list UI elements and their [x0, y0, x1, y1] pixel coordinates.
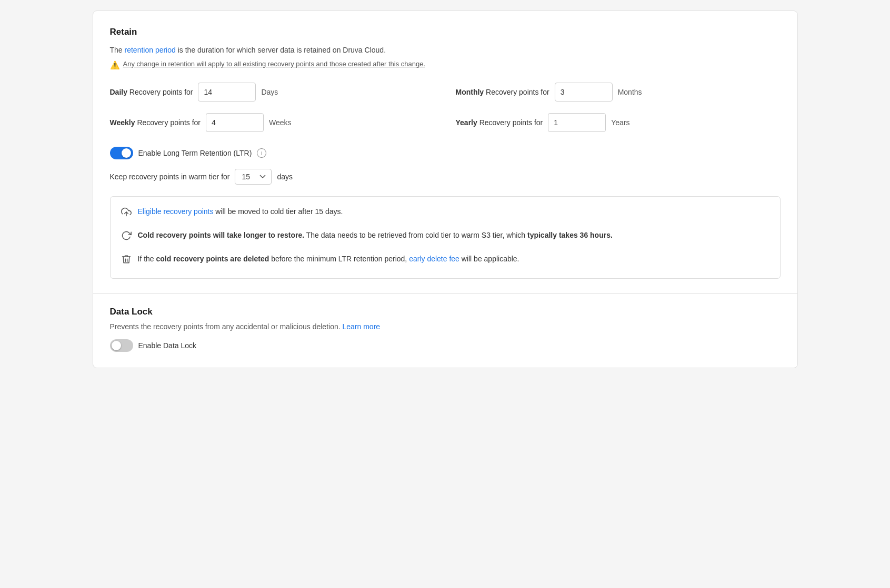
recovery-row-monthly: Monthly Recovery points for Months: [456, 83, 781, 102]
description-suffix: is the duration for which server data is…: [176, 46, 386, 54]
recovery-row-weekly: Weekly Recovery points for Weeks: [110, 113, 435, 132]
data-lock-toggle[interactable]: [110, 339, 133, 352]
main-panel: Retain The retention period is the durat…: [93, 11, 798, 368]
data-lock-toggle-label: Enable Data Lock: [138, 341, 197, 350]
daily-unit: Days: [261, 88, 278, 96]
info-box: Eligible recovery points will be moved t…: [110, 196, 781, 279]
info-text-cold: Cold recovery points will take longer to…: [138, 230, 613, 241]
warning-link[interactable]: Any change in retention will apply to al…: [123, 60, 426, 68]
monthly-unit: Months: [618, 88, 642, 96]
refresh-icon: [121, 230, 132, 245]
ltr-info-icon[interactable]: i: [257, 148, 266, 158]
warm-tier-prefix: Keep recovery points in warm tier for: [110, 173, 230, 181]
info-item-delete: If the cold recovery points are deleted …: [121, 254, 769, 269]
info-item-cold: Cold recovery points will take longer to…: [121, 230, 769, 245]
yearly-unit: Years: [611, 118, 629, 127]
ltr-toggle-label: Enable Long Term Retention (LTR): [138, 149, 252, 157]
data-lock-section: Data Lock Prevents the recovery points f…: [110, 307, 781, 352]
weekly-label: Weekly Recovery points for: [110, 118, 201, 127]
info-item-eligible: Eligible recovery points will be moved t…: [121, 206, 769, 221]
retain-section: Retain The retention period is the durat…: [110, 27, 781, 279]
weekly-input[interactable]: [206, 113, 264, 132]
weekly-unit: Weeks: [269, 118, 292, 127]
warm-tier-suffix: days: [277, 173, 293, 181]
warning-icon: ⚠️: [110, 60, 120, 70]
retain-title: Retain: [110, 27, 781, 37]
eligible-recovery-link[interactable]: Eligible recovery points: [138, 207, 214, 216]
recovery-row-yearly: Yearly Recovery points for Years: [456, 113, 781, 132]
ltr-toggle[interactable]: [110, 147, 133, 159]
info-text-eligible: Eligible recovery points will be moved t…: [138, 206, 343, 217]
daily-label: Daily Recovery points for: [110, 88, 193, 96]
recovery-row-daily: Daily Recovery points for Days: [110, 83, 435, 102]
description-prefix: The: [110, 46, 125, 54]
monthly-label: Monthly Recovery points for: [456, 88, 549, 96]
daily-input[interactable]: [198, 83, 256, 102]
retention-period-link[interactable]: retention period: [125, 46, 176, 54]
info-text-delete: If the cold recovery points are deleted …: [138, 254, 519, 265]
recovery-grid: Daily Recovery points for Days Monthly R…: [110, 83, 781, 132]
yearly-input[interactable]: [548, 113, 606, 132]
monthly-input[interactable]: [555, 83, 613, 102]
upload-cloud-icon: [121, 207, 132, 221]
early-delete-fee-link[interactable]: early delete fee: [409, 255, 459, 263]
ltr-toggle-row: Enable Long Term Retention (LTR) i: [110, 147, 781, 159]
retain-description: The retention period is the duration for…: [110, 45, 781, 56]
learn-more-link[interactable]: Learn more: [343, 322, 381, 331]
data-lock-toggle-row: Enable Data Lock: [110, 339, 781, 352]
yearly-label: Yearly Recovery points for: [456, 118, 543, 127]
ltr-section: Enable Long Term Retention (LTR) i Keep …: [110, 147, 781, 185]
data-lock-description: Prevents the recovery points from any ac…: [110, 322, 781, 331]
trash-icon: [121, 254, 132, 269]
warm-tier-row: Keep recovery points in warm tier for 15…: [110, 169, 781, 185]
section-divider: [93, 293, 797, 294]
warm-tier-select[interactable]: 15 30 60 90 180 365: [235, 169, 272, 185]
data-lock-title: Data Lock: [110, 307, 781, 317]
warning-line: ⚠️ Any change in retention will apply to…: [110, 60, 781, 70]
